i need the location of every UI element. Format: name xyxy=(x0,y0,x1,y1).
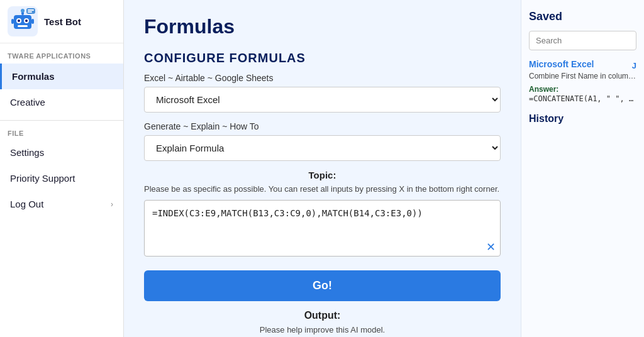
topic-title: Topic: xyxy=(144,170,501,180)
svg-point-10 xyxy=(21,9,25,13)
mode-select[interactable]: Generate Formula Explain Formula How To xyxy=(144,135,501,161)
history-title: History xyxy=(529,113,636,124)
clear-button[interactable]: ✕ xyxy=(486,240,496,254)
saved-title: Saved xyxy=(529,10,636,23)
saved-item-answer-value: =CONCATENATE(A1, " ", B1) xyxy=(529,94,636,103)
sidebar-file-label: FILE xyxy=(0,126,123,140)
svg-point-4 xyxy=(18,19,20,22)
svg-rect-6 xyxy=(18,25,28,27)
sidebar-item-log-out[interactable]: Log Out › xyxy=(0,191,123,217)
saved-app-name: Microsoft Excel xyxy=(529,59,594,69)
formula-input-container: ✕ xyxy=(144,200,501,259)
sidebar-bot-name: Test Bot xyxy=(44,16,81,27)
app-select[interactable]: Microsoft Excel Google Sheets Airtable xyxy=(144,87,501,113)
saved-item[interactable]: Microsoft Excel J Combine First Name in … xyxy=(529,59,636,103)
go-button[interactable]: Go! xyxy=(144,270,501,301)
app-label: Excel ~ Airtable ~ Google Sheets xyxy=(144,73,501,83)
sidebar-header: Test Bot xyxy=(0,0,123,43)
svg-point-5 xyxy=(25,19,28,22)
saved-item-description: Combine First Name in column A and colum… xyxy=(529,72,636,80)
sidebar-divider xyxy=(0,120,123,121)
mode-label: Generate ~ Explain ~ How To xyxy=(144,121,501,131)
main-content: Formulas CONFIGURE FORMULAS Excel ~ Airt… xyxy=(124,0,521,337)
configure-title: CONFIGURE FORMULAS xyxy=(144,51,501,65)
right-panel: Saved Microsoft Excel J Combine First Na… xyxy=(521,0,644,337)
sidebar-item-creative[interactable]: Creative xyxy=(0,89,123,115)
topic-description: Please be as specific as possible. You c… xyxy=(144,184,501,194)
search-input[interactable] xyxy=(529,31,636,50)
svg-rect-12 xyxy=(28,9,34,11)
sidebar-section-label: TWARE APPLICATIONS xyxy=(0,43,123,64)
svg-rect-11 xyxy=(26,8,35,14)
formula-textarea[interactable] xyxy=(144,200,501,257)
output-description: Please help improve this AI model. xyxy=(144,325,501,334)
chevron-right-icon: › xyxy=(111,200,113,209)
saved-item-answer-label: Answer: xyxy=(529,85,558,94)
svg-rect-13 xyxy=(28,11,32,13)
output-title: Output: xyxy=(144,310,501,321)
svg-rect-8 xyxy=(31,19,34,24)
sidebar-item-settings[interactable]: Settings xyxy=(0,140,123,165)
sidebar-item-priority-support[interactable]: Priority Support xyxy=(0,165,123,191)
svg-rect-7 xyxy=(11,19,14,24)
page-title: Formulas xyxy=(144,15,501,38)
sidebar-item-formulas[interactable]: Formulas xyxy=(0,64,123,89)
saved-item-badge: J xyxy=(632,61,636,70)
sidebar: Test Bot TWARE APPLICATIONS Formulas Cre… xyxy=(0,0,124,337)
app-logo xyxy=(8,6,38,36)
